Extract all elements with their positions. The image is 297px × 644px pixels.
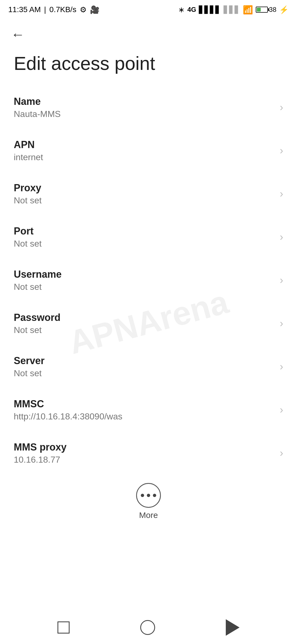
settings-value: http://10.16.18.4:38090/was (14, 411, 122, 422)
signal-4g-icon: 4G (187, 6, 196, 13)
nav-back-button[interactable] (226, 619, 240, 636)
settings-label: MMSC (14, 398, 44, 410)
settings-list: Name Nauta-MMS › APN internet › Proxy No… (0, 86, 297, 475)
status-bar: 11:35 AM | 0.7KB/s ⚙ 🎥 ∗ 4G ▋▋▋▋ ▋▋▋ 📶 3… (0, 0, 297, 19)
more-section: More (0, 475, 297, 525)
page-title: Edit access point (0, 44, 297, 86)
header: ← (0, 19, 297, 44)
nav-recents-button[interactable] (57, 621, 70, 634)
settings-item-content: MMSC http://10.16.18.4:38090/was (14, 398, 122, 422)
bluetooth-icon: ∗ (178, 5, 185, 14)
chevron-right-icon: › (280, 404, 283, 416)
settings-value: Nauta-MMS (14, 109, 61, 119)
chevron-right-icon: › (280, 447, 283, 459)
settings-label: Username (14, 269, 62, 280)
settings-item-content: Proxy Not set (14, 182, 42, 206)
charging-icon: ⚡ (279, 5, 289, 14)
more-dot-1 (141, 494, 144, 497)
settings-item-username[interactable]: Username Not set › (0, 259, 297, 302)
settings-value: Not set (14, 325, 42, 335)
more-dot-3 (153, 494, 156, 497)
chevron-right-icon: › (280, 274, 283, 286)
more-button[interactable] (136, 483, 161, 508)
settings-value: Not set (14, 368, 42, 378)
settings-label: Server (14, 355, 45, 367)
settings-value: Not set (14, 282, 42, 292)
time-display: 11:35 AM (8, 5, 41, 14)
nav-home-button[interactable] (140, 620, 155, 635)
settings-item-content: Server Not set (14, 355, 45, 378)
settings-label: Proxy (14, 182, 41, 194)
settings-item-server[interactable]: Server Not set › (0, 345, 297, 388)
speed-display: | (44, 5, 46, 14)
settings-label: Name (14, 96, 41, 107)
chevron-right-icon: › (280, 318, 283, 329)
settings-item-apn[interactable]: APN internet › (0, 129, 297, 172)
settings-item-content: Username Not set (14, 269, 62, 292)
status-left: 11:35 AM | 0.7KB/s ⚙ 🎥 (8, 5, 100, 14)
settings-item-password[interactable]: Password Not set › (0, 302, 297, 345)
nav-bar (0, 611, 297, 644)
settings-label: Port (14, 225, 34, 237)
settings-item-mmsc[interactable]: MMSC http://10.16.18.4:38090/was › (0, 388, 297, 432)
chevron-right-icon: › (280, 231, 283, 243)
network-speed: 0.7KB/s (50, 5, 76, 14)
back-icon (226, 619, 240, 636)
settings-item-name[interactable]: Name Nauta-MMS › (0, 86, 297, 129)
battery-fill (257, 8, 261, 12)
settings-label: MMS proxy (14, 441, 67, 453)
back-button[interactable]: ← (11, 28, 25, 41)
settings-label: APN (14, 139, 35, 151)
settings-item-content: Port Not set (14, 225, 42, 249)
chevron-right-icon: › (280, 188, 283, 200)
settings-value: Not set (14, 195, 42, 206)
settings-item-port[interactable]: Port Not set › (0, 215, 297, 259)
signal-bars-icon: ▋▋▋▋ (199, 6, 221, 14)
more-label: More (139, 511, 158, 520)
battery-pct: 38 (269, 6, 276, 13)
settings-item-mms-proxy[interactable]: MMS proxy 10.16.18.77 › (0, 432, 297, 475)
status-right: ∗ 4G ▋▋▋▋ ▋▋▋ 📶 38 ⚡ (178, 5, 289, 15)
more-dots-icon (141, 494, 156, 497)
chevron-right-icon: › (280, 361, 283, 373)
recents-icon (57, 621, 70, 634)
home-icon (140, 620, 155, 635)
settings-value: 10.16.18.77 (14, 455, 60, 465)
settings-item-proxy[interactable]: Proxy Not set › (0, 172, 297, 215)
signal-bars2-icon: ▋▋▋ (224, 6, 240, 14)
settings-value: Not set (14, 239, 42, 249)
settings-icon: ⚙ (80, 5, 87, 14)
settings-item-content: Password Not set (14, 312, 61, 335)
battery-container: 38 (256, 6, 276, 13)
battery-icon (256, 7, 268, 13)
settings-item-content: MMS proxy 10.16.18.77 (14, 441, 67, 465)
settings-label: Password (14, 312, 61, 323)
settings-item-content: Name Nauta-MMS (14, 96, 61, 119)
chevron-right-icon: › (280, 145, 283, 157)
settings-item-content: APN internet (14, 139, 43, 162)
wifi-icon: 📶 (243, 5, 253, 15)
settings-value: internet (14, 152, 43, 162)
chevron-right-icon: › (280, 102, 283, 113)
more-dot-2 (147, 494, 150, 497)
camera-icon: 🎥 (90, 5, 100, 14)
